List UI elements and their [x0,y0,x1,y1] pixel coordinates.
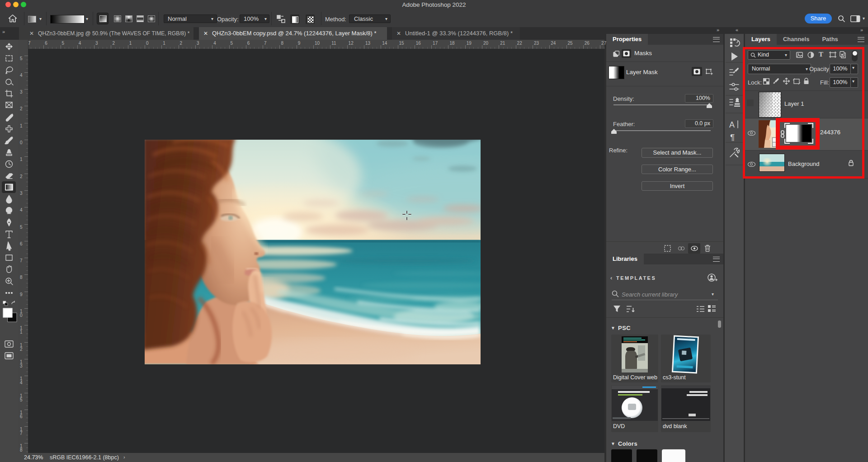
svg-text:A: A [729,120,735,129]
svg-text:¶: ¶ [730,132,735,142]
